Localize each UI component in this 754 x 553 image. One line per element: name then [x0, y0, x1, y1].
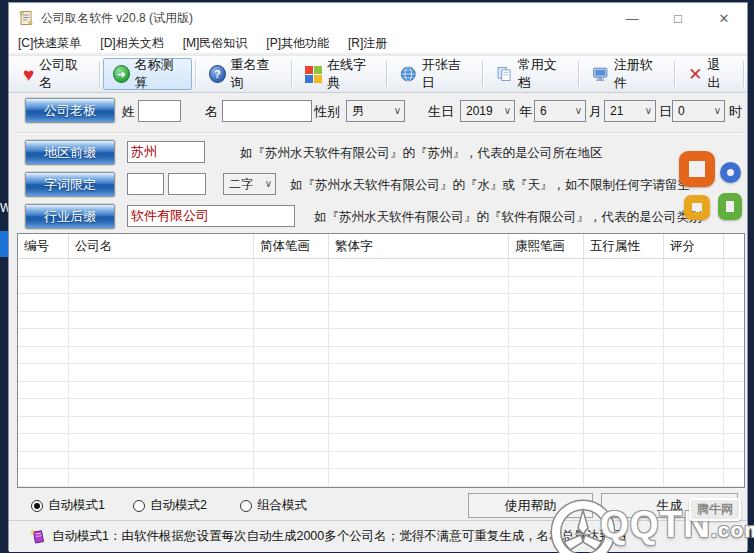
- help-button[interactable]: 使用帮助: [468, 493, 593, 518]
- radio-auto-mode-2[interactable]: 自动模式2: [133, 497, 207, 514]
- table-cell: [329, 277, 509, 294]
- toolbar-duplicate-check-button[interactable]: ? 重名查询: [199, 58, 288, 90]
- company-owner-button[interactable]: 公司老板: [25, 98, 115, 123]
- table-cell: [69, 452, 254, 469]
- industry-input[interactable]: [127, 205, 295, 227]
- day-value: 21: [610, 104, 623, 118]
- results-table[interactable]: 编号 公司名 简体笔画 繁体字 康熙笔画 五行属性 评分: [17, 233, 745, 488]
- table-cell: [69, 364, 254, 381]
- table-cell: [664, 469, 724, 486]
- word2-input[interactable]: [168, 173, 206, 195]
- table-row[interactable]: [18, 364, 744, 382]
- toolbar-name-calc-button[interactable]: ➜ 名称测算: [103, 58, 192, 90]
- menu-folklore[interactable]: [M]民俗知识: [183, 35, 248, 52]
- table-cell: [509, 347, 584, 364]
- month-select[interactable]: 6∨: [534, 100, 586, 122]
- radio-label: 自动模式2: [150, 497, 207, 514]
- table-cell: [254, 417, 329, 434]
- table-row[interactable]: [18, 434, 744, 452]
- surname-input[interactable]: [138, 100, 181, 122]
- office-logo-blue-shape: [720, 162, 741, 183]
- column-header-five-elements[interactable]: 五行属性: [584, 234, 664, 258]
- radio-combo-mode[interactable]: 组合模式: [240, 497, 307, 514]
- table-cell: [329, 452, 509, 469]
- table-cell: [18, 347, 69, 364]
- toolbar-common-docs-button[interactable]: 常用文档: [486, 58, 575, 90]
- table-cell: [664, 434, 724, 451]
- menu-quick[interactable]: [C]快速菜单: [18, 35, 81, 52]
- column-header-score[interactable]: 评分: [664, 234, 724, 258]
- hour-select[interactable]: 0∨: [672, 100, 725, 122]
- given-name-input[interactable]: [222, 100, 312, 122]
- table-cell: [69, 399, 254, 416]
- table-cell: [509, 382, 584, 399]
- table-row[interactable]: [18, 329, 744, 347]
- generate-button[interactable]: 生成: [601, 493, 738, 518]
- table-cell: [18, 434, 69, 451]
- table-cell: [664, 277, 724, 294]
- menu-register[interactable]: [R]注册: [348, 35, 387, 52]
- table-cell: [724, 382, 744, 399]
- radio-label: 自动模式1: [48, 497, 105, 514]
- maximize-button[interactable]: □: [655, 3, 701, 33]
- table-cell: [18, 417, 69, 434]
- table-cell: [329, 329, 509, 346]
- table-row[interactable]: [18, 294, 744, 312]
- table-cell: [18, 399, 69, 416]
- column-header-company-name[interactable]: 公司名: [69, 234, 254, 258]
- column-header-number[interactable]: 编号: [18, 234, 69, 258]
- year-select[interactable]: 2019∨: [460, 100, 515, 122]
- table-cell: [18, 277, 69, 294]
- toolbar-register-software-button[interactable]: 注册软件: [582, 58, 671, 90]
- industry-suffix-button[interactable]: 行业后缀: [25, 204, 115, 229]
- column-header-kangxi-strokes[interactable]: 康熙笔画: [509, 234, 584, 258]
- table-cell: [509, 294, 584, 311]
- table-row[interactable]: [18, 347, 744, 365]
- table-row[interactable]: [18, 469, 744, 487]
- word-limit-button[interactable]: 字词限定: [25, 172, 115, 197]
- table-cell: [724, 259, 744, 276]
- table-cell: [664, 417, 724, 434]
- table-row[interactable]: [18, 277, 744, 295]
- minimize-button[interactable]: —: [609, 3, 655, 33]
- table-cell: [509, 329, 584, 346]
- table-cell: [329, 259, 509, 276]
- toolbar-online-dictionary-button[interactable]: 在线字典: [295, 58, 383, 90]
- table-cell: [509, 417, 584, 434]
- table-cell: [69, 259, 254, 276]
- menu-docs[interactable]: [D]相关文档: [100, 35, 163, 52]
- table-row[interactable]: [18, 399, 744, 417]
- green-arrow-icon: ➜: [113, 65, 130, 83]
- menu-other[interactable]: [P]其他功能: [266, 35, 329, 52]
- toolbar-opening-date-button[interactable]: 开张吉日: [390, 58, 479, 90]
- table-cell: [254, 434, 329, 451]
- industry-hint: 如『苏州水天软件有限公司』的『软件有限公司』，代表的是公司类别: [314, 209, 702, 226]
- close-button[interactable]: ✕: [701, 3, 747, 33]
- word1-input[interactable]: [127, 173, 164, 195]
- table-cell: [69, 434, 254, 451]
- region-prefix-button[interactable]: 地区前缀: [25, 140, 115, 165]
- gender-select[interactable]: 男∨: [346, 100, 405, 122]
- word-limit-hint: 如『苏州水天软件有限公司』的『水』或『天』，如不限制任何字请留空: [290, 177, 690, 194]
- table-body: [18, 259, 744, 487]
- toolbar-exit-button[interactable]: ✕ 退出: [678, 58, 740, 90]
- toolbar-separator: [99, 61, 100, 87]
- column-header-simplified-strokes[interactable]: 简体笔画: [254, 234, 329, 258]
- table-row[interactable]: [18, 452, 744, 470]
- region-input[interactable]: [127, 141, 205, 163]
- toolbar-label: 注册软件: [614, 56, 662, 92]
- radio-auto-mode-1[interactable]: 自动模式1: [31, 497, 105, 514]
- table-cell: [69, 329, 254, 346]
- table-row[interactable]: [18, 382, 744, 400]
- word-count-select[interactable]: 二字∨: [223, 173, 276, 195]
- day-select[interactable]: 21∨: [604, 100, 656, 122]
- table-cell: [724, 329, 744, 346]
- table-cell: [724, 347, 744, 364]
- purple-book-icon: [30, 529, 46, 545]
- table-row[interactable]: [18, 417, 744, 435]
- table-cell: [18, 452, 69, 469]
- toolbar-company-naming-button[interactable]: ♥ 公司取名: [13, 58, 96, 90]
- column-header-traditional[interactable]: 繁体字: [329, 234, 509, 258]
- table-row[interactable]: [18, 259, 744, 277]
- table-row[interactable]: [18, 312, 744, 330]
